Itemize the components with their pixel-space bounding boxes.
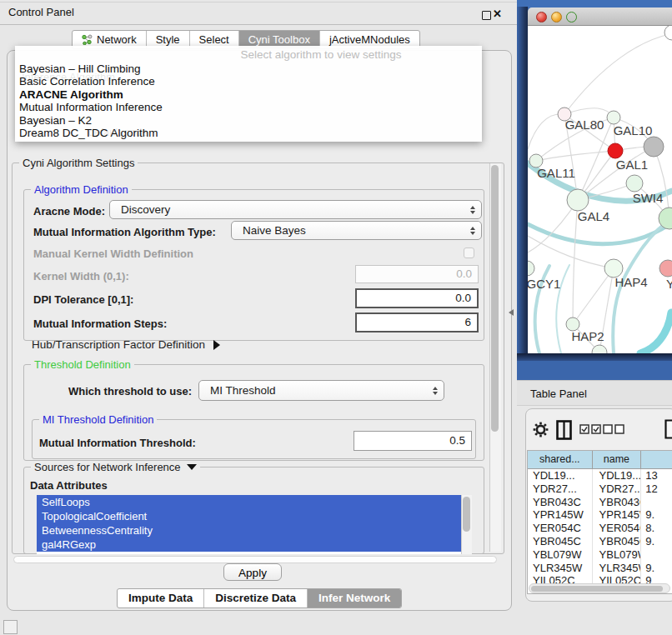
attribute-item-topologicalcoefficient[interactable]: TopologicalCoefficient [37,509,461,523]
table-row[interactable]: YPR145WYPR145W9. [528,508,672,522]
network-node-label: GAL10 [614,123,653,138]
network-node-label: GAL1 [616,158,648,172]
tab-label: Style [156,33,180,46]
close-traffic-light-icon[interactable] [536,12,547,22]
network-edge [573,268,614,324]
settings-scrollbar-thumb[interactable] [491,165,499,432]
sources-title[interactable]: Sources for Network Inference [31,461,200,473]
network-node-swi4[interactable] [626,175,643,192]
column-header-col3[interactable] [641,451,672,468]
network-node-gal1[interactable] [608,143,623,158]
network-node[interactable] [664,26,672,40]
column-header-name[interactable]: name [593,451,642,468]
hub-definition-expander[interactable]: Hub/Transcription Factor Definition [32,338,220,351]
table-row[interactable]: YBL079WYBL079W [528,548,672,562]
table-cell: YLR345W [528,562,593,575]
network-desktop: GAL80GAL10GAL1GAL11SWI4GAL4GCY1HAP4YHAP2 [517,0,672,380]
aracne-mode-select[interactable]: Discovery [109,200,482,219]
table-cell: 13 [641,469,672,482]
table-row[interactable]: YBR043CYBR043C [528,496,672,509]
network-node-gal10[interactable] [607,111,620,124]
table-cell: YDL19... [528,469,593,482]
algorithm-option-dream8-dc-tdc-algorithm[interactable]: Dream8 DC_TDC Algorithm [19,127,479,139]
algorithm-option-aracne-algorithm[interactable]: ARACNE Algorithm [19,88,479,101]
table-panel-title: Table Panel [530,388,587,400]
float-window-icon[interactable] [482,11,491,20]
attribute-item-betweennesscentrality[interactable]: BetweennessCentrality [37,523,461,538]
data-attributes-list[interactable]: SelfLoopsTopologicalCoefficientBetweenne… [37,495,461,554]
network-icon [82,34,93,45]
mi-threshold-value: 0.5 [449,434,465,447]
network-node-label: GAL11 [537,166,575,180]
which-threshold-value: MI Threshold [210,384,276,397]
attributes-scrollbar-thumb[interactable] [463,497,470,532]
network-node-label: SWI4 [633,191,664,205]
algorithm-definition-title: Algorithm Definition [31,183,132,196]
network-node[interactable] [644,137,664,157]
network-edge [528,222,672,244]
node-table[interactable]: shared...name YDL19...YDL19...13YDR27...… [527,450,672,594]
stepper-icon [470,227,475,235]
kernel-width-field: 0.0 [355,265,479,283]
network-window-titlebar[interactable] [528,8,672,26]
attributes-scrollbar[interactable] [461,495,472,554]
attribute-item-selfloops[interactable]: SelfLoops [37,495,461,509]
close-icon[interactable]: ✕ [493,8,502,20]
network-node-y[interactable] [659,260,672,277]
manual-kernel-width-checkbox[interactable] [464,248,474,258]
mi-threshold-label: Mutual Information Threshold: [39,437,196,449]
unchecked-pair-icon[interactable] [603,424,632,434]
collapse-down-icon [187,464,197,470]
network-node-gcy1[interactable] [528,261,534,276]
table-cell: YBL079W [593,548,642,562]
dpi-tolerance-field[interactable]: 0.0 [355,288,479,308]
kernel-width-label: Kernel Width (0,1): [33,270,129,282]
minimize-traffic-light-icon[interactable] [551,12,562,22]
zoom-traffic-light-icon[interactable] [566,12,577,22]
tab-label: Network [97,33,137,46]
which-threshold-select[interactable]: MI Threshold [198,380,444,401]
stepper-icon [433,387,438,395]
mi-steps-field[interactable]: 6 [355,312,479,332]
table-row[interactable]: YDR27...YDR27...12 [528,482,672,496]
network-window[interactable]: GAL80GAL10GAL1GAL11SWI4GAL4GCY1HAP4YHAP2 [528,8,672,353]
algorithm-option-mutual-information-inference[interactable]: Mutual Information Inference [19,101,479,113]
table-row[interactable]: YDL19...YDL19...13 [528,469,672,482]
bottom-tab-impute-data[interactable]: Impute Data [118,589,204,608]
data-attributes-label: Data Attributes [30,479,108,492]
settings-vertical-scrollbar[interactable] [489,163,501,552]
table-cell: YPR145W [593,508,642,522]
network-node-gal4[interactable] [567,189,589,211]
table-row[interactable]: YBR045CYBR045C9. [528,535,672,548]
dpi-tolerance-label: DPI Tolerance [0,1]: [33,293,133,306]
mi-algorithm-type-select[interactable]: Naive Bayes [231,221,482,240]
algorithm-option-bayesian-k2[interactable]: Bayesian – K2 [19,114,479,127]
table-cell: YBR045C [593,535,642,548]
algorithm-option-basic-correlation-inference[interactable]: Basic Correlation Inference [19,75,479,88]
control-panel-titlebar: Control Panel ✕ [0,0,517,25]
table-scrollbar-thumb[interactable] [531,586,663,592]
network-node-label: GAL4 [578,209,609,223]
bottom-tab-infer-network[interactable]: Infer Network [308,589,401,608]
tab-label: jActiveMNodules [329,33,410,46]
table-row[interactable]: YLR345WYLR345W9. [528,562,672,575]
apply-button[interactable]: Apply [223,563,282,581]
tab-label: Cyni Toolbox [248,33,310,46]
bottom-tab-discretize-data[interactable]: Discretize Data [204,589,308,608]
pane-resize-cursor-icon [509,309,514,316]
attribute-item-gal4rgexp[interactable]: gal4RGexp [37,538,461,552]
table-cell: 8. [641,522,672,535]
document-icon[interactable] [664,419,672,439]
algorithm-option-bayesian-hill-climbing[interactable]: Bayesian – Hill Climbing [19,62,479,75]
split-columns-icon[interactable] [556,420,572,440]
mi-threshold-field[interactable]: 0.5 [354,431,472,451]
gear-icon[interactable] [533,422,549,438]
column-header-shared[interactable]: shared... [528,451,593,468]
aracne-mode-value: Discovery [121,203,170,216]
table-row[interactable]: YER054CYER054C8. [528,522,672,535]
hub-definition-label: Hub/Transcription Factor Definition [32,338,205,351]
table-horizontal-scrollbar[interactable] [529,583,670,593]
tab-label: Select [199,33,229,46]
settings-horizontal-scrollbar[interactable] [13,556,497,563]
network-canvas[interactable]: GAL80GAL10GAL1GAL11SWI4GAL4GCY1HAP4YHAP2 [528,26,672,353]
